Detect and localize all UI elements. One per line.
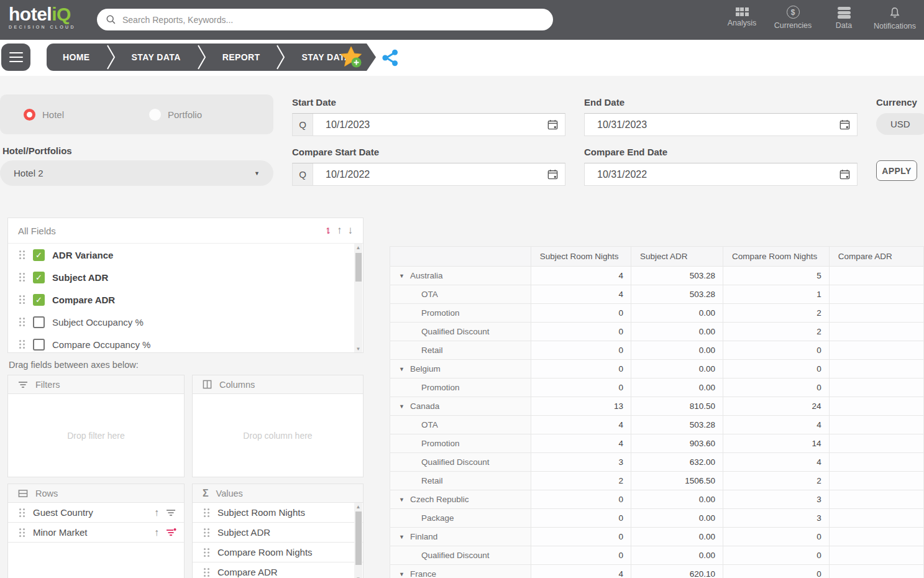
values-drop-zone[interactable]: Σ Values Subject Room Nights Subject ADR…	[192, 484, 364, 578]
collapse-icon[interactable]: ▼	[399, 571, 405, 577]
start-date-label: Start Date	[292, 97, 336, 108]
chevron-separator-icon	[106, 44, 116, 71]
scroll-up-icon[interactable]: ▲	[354, 503, 362, 511]
row-field-minor-market[interactable]: Minor Market ↑	[8, 523, 184, 543]
filter-active-icon[interactable]	[165, 528, 176, 537]
scrollbar-thumb[interactable]	[355, 253, 362, 282]
drag-handle-icon[interactable]	[19, 250, 25, 259]
filters-drop-zone[interactable]: Filters Drop filter here	[7, 375, 185, 477]
filter-icon[interactable]	[165, 508, 176, 517]
search-bar[interactable]	[97, 9, 553, 30]
compare-start-date-field: Q 10/1/2022	[292, 163, 565, 186]
table-row: Qualified Discount 3 632.00 4	[390, 453, 924, 472]
fields-list: ✓ ADR Variance ✓ Subject ADR ✓ Compare A…	[8, 243, 363, 352]
rows-drop-zone[interactable]: Rows Guest Country ↑ Minor Market ↑	[7, 484, 185, 578]
currency-select[interactable]: USD	[876, 113, 924, 135]
calendar-icon[interactable]	[832, 163, 857, 185]
scroll-down-icon[interactable]: ▼	[354, 575, 362, 578]
drag-handle-icon[interactable]	[19, 508, 25, 517]
currency-dollar-icon: $	[787, 6, 800, 19]
checkbox-unchecked[interactable]	[33, 316, 45, 328]
move-down-icon[interactable]: ↓	[348, 224, 354, 237]
move-up-icon[interactable]: ↑	[337, 224, 342, 237]
rows-icon	[18, 489, 28, 498]
value-field-compare-adr[interactable]: Compare ADR	[193, 562, 363, 578]
row-label-header	[390, 247, 531, 267]
col-header-subject-room-nights[interactable]: Subject Room Nights	[531, 247, 631, 267]
checkbox-checked[interactable]: ✓	[33, 272, 45, 283]
sort-ascending-icon[interactable]: ↑	[154, 527, 159, 538]
collapse-icon[interactable]: ▼	[399, 403, 405, 410]
table-row: Promotion 0 0.00 0	[390, 378, 924, 397]
nav-currencies[interactable]: $ Currencies	[767, 6, 818, 30]
scroll-down-icon[interactable]: ▼	[354, 345, 362, 352]
drag-handle-icon[interactable]	[19, 318, 25, 326]
collapse-icon[interactable]: ▼	[399, 497, 405, 503]
scroll-up-icon[interactable]: ▲	[354, 244, 362, 252]
rows-title: Rows	[35, 489, 58, 498]
table-row: Qualified Discount 0 0.00 0	[390, 546, 924, 565]
collapse-icon[interactable]: ▼	[399, 366, 405, 372]
pivot-table: Subject Room Nights Subject ADR Compare …	[390, 246, 924, 578]
compare-end-date-input[interactable]: 10/31/2022	[585, 163, 832, 185]
nav-data[interactable]: Data	[818, 6, 869, 30]
share-button[interactable]	[380, 48, 400, 67]
calendar-icon[interactable]	[832, 114, 857, 135]
end-date-input[interactable]: 10/31/2023	[585, 114, 832, 135]
radio-hotel[interactable]: Hotel	[24, 94, 64, 134]
calendar-icon[interactable]	[540, 114, 565, 135]
checkbox-unchecked[interactable]	[33, 339, 45, 351]
table-row: Qualified Discount 0 0.00 2	[390, 323, 924, 341]
hotel-select[interactable]: Hotel 2 ▼	[0, 160, 273, 186]
col-header-compare-room-nights[interactable]: Compare Room Nights	[723, 247, 830, 267]
quick-date-button[interactable]: Q	[293, 163, 313, 185]
nav-analysis[interactable]: Analysis	[716, 6, 767, 30]
checkbox-checked[interactable]: ✓	[33, 249, 45, 261]
sort-ascending-icon[interactable]: ↑	[154, 507, 159, 518]
checkbox-checked[interactable]: ✓	[33, 294, 45, 306]
start-date-input[interactable]: 10/1/2023	[313, 114, 540, 135]
collapse-icon[interactable]: ▼	[399, 534, 405, 540]
value-field-subject-adr[interactable]: Subject ADR	[193, 523, 363, 543]
drag-handle-icon[interactable]	[204, 508, 209, 517]
hoteliq-logo[interactable]: hoteliQ DECISION CLOUD	[9, 4, 76, 29]
value-field-subject-room-nights[interactable]: Subject Room Nights	[193, 503, 363, 523]
drag-handle-icon[interactable]	[19, 340, 25, 349]
breadcrumb-tab-stay-data[interactable]: STAY DATA	[116, 44, 197, 71]
sort-toggle-icon[interactable]: ↑↓	[325, 224, 331, 237]
nav-notifications[interactable]: Notifications	[869, 6, 920, 30]
table-row: OTA 4 503.28 1	[390, 285, 924, 304]
start-date-field: Q 10/1/2023	[292, 113, 565, 136]
breadcrumb-tab-home[interactable]: HOME	[47, 44, 106, 71]
field-item: Compare Occupancy %	[8, 333, 363, 352]
value-field-compare-room-nights[interactable]: Compare Room Nights	[193, 543, 363, 562]
breadcrumb-tab-report[interactable]: REPORT	[206, 44, 277, 71]
favorite-star-button[interactable]	[339, 45, 364, 70]
radio-portfolio[interactable]: Portfolio	[149, 94, 202, 134]
quick-date-button[interactable]: Q	[293, 114, 313, 135]
search-input[interactable]	[122, 15, 544, 25]
drag-handle-icon[interactable]	[19, 295, 25, 304]
fields-scrollbar[interactable]: ▲ ▼	[354, 244, 362, 352]
drag-handle-icon[interactable]	[19, 528, 25, 537]
values-scrollbar[interactable]: ▲ ▼	[354, 503, 362, 578]
drag-handle-icon[interactable]	[204, 528, 209, 537]
col-header-compare-adr[interactable]: Compare ADR	[829, 247, 923, 267]
hotel-select-value: Hotel 2	[14, 168, 254, 178]
menu-button[interactable]	[1, 44, 30, 71]
page: hoteliQ DECISION CLOUD Analysis $ Curren…	[0, 0, 924, 578]
compare-start-date-input[interactable]: 10/1/2022	[313, 163, 540, 185]
row-field-guest-country[interactable]: Guest Country ↑	[8, 503, 184, 523]
field-item: ✓ Subject ADR	[8, 266, 363, 288]
scrollbar-thumb[interactable]	[355, 511, 362, 565]
top-bar: hoteliQ DECISION CLOUD Analysis $ Curren…	[0, 0, 924, 40]
apply-button[interactable]: APPLY	[876, 160, 917, 181]
drop-column-placeholder: Drop column here	[243, 431, 312, 441]
calendar-icon[interactable]	[540, 163, 565, 185]
columns-drop-zone[interactable]: Columns Drop column here	[192, 375, 364, 477]
col-header-subject-adr[interactable]: Subject ADR	[631, 247, 723, 267]
collapse-icon[interactable]: ▼	[399, 273, 405, 279]
drag-handle-icon[interactable]	[204, 548, 209, 557]
drag-handle-icon[interactable]	[19, 273, 25, 282]
drag-handle-icon[interactable]	[204, 568, 209, 577]
